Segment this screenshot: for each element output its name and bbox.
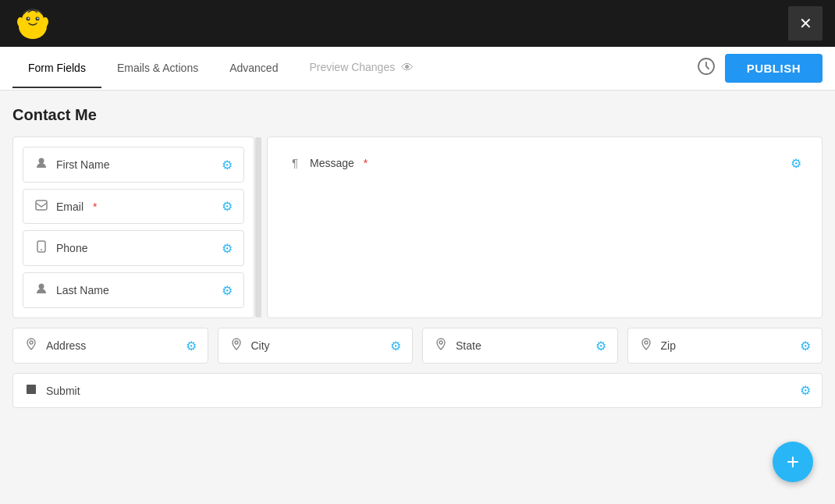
svg-point-13 [39,284,44,289]
svg-point-16 [439,341,442,344]
top-bar: ✕ [0,0,835,47]
message-required: * [364,157,368,169]
phone-gear-icon[interactable]: ⚙ [222,241,233,256]
right-column[interactable]: ¶ Message * ⚙ [267,137,823,318]
phone-icon [34,240,48,256]
svg-point-17 [645,341,648,344]
svg-point-9 [39,158,44,164]
svg-point-6 [17,17,23,27]
svg-point-5 [37,18,39,20]
main-content: Contact Me First Name ⚙ [0,91,835,504]
paragraph-icon: ¶ [288,156,302,169]
submit-icon [24,384,38,398]
add-field-button[interactable]: + [773,442,813,482]
svg-rect-8 [25,30,41,37]
publish-button[interactable]: PUBLISH [725,54,823,83]
address-label: Address [46,339,86,352]
tab-form-fields[interactable]: Form Fields [12,49,101,88]
field-first-name[interactable]: First Name ⚙ [23,147,244,183]
first-name-label: First Name [56,158,109,171]
first-name-gear-icon[interactable]: ⚙ [222,158,233,172]
city-gear-icon[interactable]: ⚙ [390,339,401,353]
person2-icon [34,282,48,298]
email-label: Email [56,201,84,213]
svg-point-4 [28,18,30,20]
message-gear-icon[interactable]: ⚙ [791,156,801,171]
submit-gear-icon[interactable]: ⚙ [800,383,811,398]
city-pin-icon [229,338,243,353]
svg-rect-18 [27,385,36,394]
email-gear-icon[interactable]: ⚙ [222,199,233,214]
logo-area [12,6,53,41]
person-icon [34,157,48,172]
email-icon [34,200,48,214]
field-submit[interactable]: Submit ⚙ [12,373,823,408]
close-button[interactable]: ✕ [788,6,823,41]
submit-label: Submit [46,385,80,397]
message-label: Message [310,157,354,169]
field-phone[interactable]: Phone ⚙ [23,230,244,266]
state-pin-icon [434,338,448,353]
eye-icon: 👁 [401,61,414,74]
form-title: Contact Me [12,106,823,124]
nav-tabs: Form Fields Emails & Actions Advanced Pr… [0,47,835,91]
form-area: First Name ⚙ Email * ⚙ [12,137,823,408]
state-gear-icon[interactable]: ⚙ [595,339,606,353]
address-gear-icon[interactable]: ⚙ [186,339,197,353]
history-icon [697,57,716,80]
left-column: First Name ⚙ Email * ⚙ [12,137,254,318]
tab-emails-actions[interactable]: Emails & Actions [101,49,214,88]
zip-label: Zip [661,339,676,352]
history-button[interactable] [697,57,716,80]
address-row: Address ⚙ City ⚙ State [12,328,823,364]
logo-icon [12,6,53,41]
nav-left: Form Fields Emails & Actions Advanced Pr… [12,48,429,88]
field-message[interactable]: ¶ Message * ⚙ [277,147,812,308]
field-city[interactable]: City ⚙ [218,328,414,364]
email-required: * [93,201,97,213]
field-last-name[interactable]: Last Name ⚙ [23,272,244,308]
svg-rect-10 [36,201,47,210]
field-email[interactable]: Email * ⚙ [23,189,244,224]
svg-point-7 [42,17,48,27]
nav-right: PUBLISH [697,54,823,83]
top-columns: First Name ⚙ Email * ⚙ [12,137,823,318]
zip-gear-icon[interactable]: ⚙ [800,339,811,353]
last-name-gear-icon[interactable]: ⚙ [222,283,233,298]
zip-pin-icon [639,338,653,353]
field-address[interactable]: Address ⚙ [12,328,208,364]
field-state[interactable]: State ⚙ [422,328,618,364]
state-label: State [456,339,481,352]
svg-point-15 [235,341,238,344]
tab-advanced[interactable]: Advanced [214,49,293,88]
last-name-label: Last Name [56,284,109,296]
city-label: City [251,339,270,352]
tab-preview-changes[interactable]: Preview Changes 👁 [293,48,429,89]
field-zip[interactable]: Zip ⚙ [627,328,823,364]
address-pin-icon [24,338,38,353]
svg-point-14 [30,341,33,344]
phone-label: Phone [56,242,87,254]
